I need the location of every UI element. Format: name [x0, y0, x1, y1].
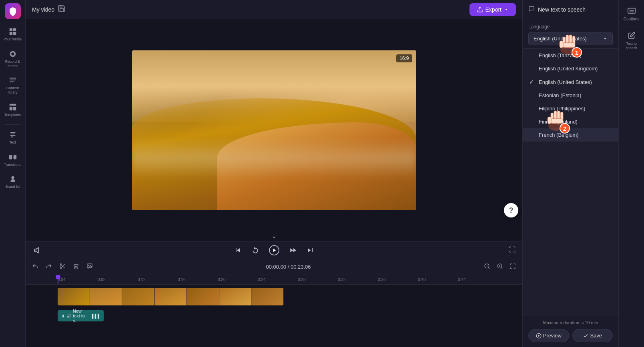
dropdown-item-english-uk[interactable]: English (United Kingdom): [523, 62, 618, 75]
ruler-mark-2: 0:12: [138, 277, 178, 282]
dropdown-item-finnish[interactable]: Finnish (Finland): [523, 115, 618, 128]
video-container: 16:9: [132, 50, 416, 210]
delete-button[interactable]: [71, 261, 81, 273]
save-icon[interactable]: [58, 4, 66, 14]
sidebar-item-brand-label: Brand kit: [6, 185, 20, 189]
sidebar-item-templates[interactable]: Templates: [2, 100, 24, 120]
svg-rect-9: [9, 104, 16, 106]
play-button[interactable]: [267, 243, 281, 257]
rewind-button[interactable]: [250, 245, 261, 256]
language-dropdown[interactable]: English (Tanzania) English (United Kingd…: [523, 49, 618, 315]
sidebar-item-your-media-label: Your media: [4, 37, 22, 42]
sidebar-item-brand-kit[interactable]: Brand kit: [2, 172, 24, 192]
save-label: Save: [590, 333, 602, 339]
dropdown-item-french-belgium[interactable]: French (Belgium): [523, 128, 618, 142]
skip-back-button[interactable]: [232, 245, 243, 256]
right-panel-title: New text to speech: [538, 6, 586, 13]
redo-button[interactable]: [44, 261, 54, 273]
svg-rect-13: [13, 155, 16, 159]
total-time: 00:23.06: [291, 264, 311, 270]
video-clip-3: [122, 288, 154, 305]
svg-point-18: [60, 268, 62, 269]
svg-line-28: [488, 267, 490, 269]
sidebar-item-transitions-label: Transitions: [4, 163, 22, 167]
svg-rect-6: [9, 78, 16, 79]
sidebar-item-record-create[interactable]: Record & create: [2, 46, 24, 72]
text-to-speech-icon: [627, 31, 636, 40]
max-duration-note: Maximum duration is 10 min: [528, 320, 613, 325]
mute-button[interactable]: [32, 245, 42, 255]
cut-button[interactable]: [58, 261, 67, 273]
video-clip-6: [219, 288, 252, 305]
svg-rect-12: [9, 155, 12, 159]
dropdown-item-filipino[interactable]: Filipino (Philippines): [523, 102, 618, 115]
fit-button[interactable]: [508, 261, 518, 273]
timeline-toolbar: 00:00.00 / 00:23.06: [26, 259, 522, 275]
fullscreen-button[interactable]: [509, 246, 516, 255]
skip-forward-button[interactable]: [305, 245, 316, 256]
sidebar-item-transitions[interactable]: Transitions: [2, 150, 24, 170]
sidebar-item-record-label: Record & create: [3, 60, 22, 68]
sidebar-item-your-media[interactable]: Your media: [2, 24, 24, 45]
waveform-icon: ▌▌▌: [92, 314, 100, 318]
audio-track[interactable]: ⏸ 🔊 New text to s... ▌▌▌: [58, 310, 104, 321]
video-clip-7: [251, 288, 284, 305]
text-to-speech-side-button[interactable]: Text to speech: [619, 28, 644, 54]
fast-forward-button[interactable]: [287, 245, 299, 256]
sidebar-item-content-library[interactable]: Content library: [2, 73, 24, 98]
audio-track-row: ⏸ 🔊 New text to s... ▌▌▌: [58, 310, 522, 330]
svg-point-14: [11, 176, 14, 179]
svg-rect-3: [13, 32, 16, 35]
video-clip-4: [154, 288, 187, 305]
project-title[interactable]: My video: [32, 6, 54, 13]
sidebar-item-text[interactable]: Text: [2, 127, 24, 148]
timeline-area: 00:00.00 / 00:23.06 0:04 0:08 0:1: [26, 259, 522, 347]
save-check-icon: [583, 333, 588, 339]
undo-button[interactable]: [30, 261, 40, 273]
sidebar-item-text-label: Text: [9, 140, 16, 145]
scroll-down-icon[interactable]: ⌄: [272, 233, 277, 239]
sidebar-item-content-label: Content library: [3, 86, 22, 95]
language-select-box[interactable]: English (United States): [528, 32, 613, 45]
dropdown-item-estonian[interactable]: Estonian (Estonia): [523, 89, 618, 102]
save-button[interactable]: Save: [572, 329, 613, 342]
sidebar-item-templates-label: Templates: [4, 113, 21, 117]
current-time: 00:00.00: [266, 264, 286, 270]
preview-play-icon: [536, 333, 542, 339]
right-panel-bottom: Maximum duration is 10 min Preview Save: [523, 315, 618, 347]
language-section: Language English (United States): [523, 19, 618, 49]
ruler-mark-3: 0:16: [178, 277, 218, 282]
video-clip-2: [90, 288, 122, 305]
preview-button[interactable]: Preview: [528, 329, 569, 342]
app-logo[interactable]: [5, 3, 21, 19]
dropdown-item-english-tanzania[interactable]: English (Tanzania): [523, 49, 618, 62]
video-track-row: [58, 288, 522, 308]
export-button[interactable]: Export: [469, 3, 516, 16]
svg-rect-11: [13, 107, 16, 110]
video-track[interactable]: [58, 288, 284, 305]
ruler-mark-10: 0:44: [458, 277, 498, 282]
preview-label: Preview: [543, 333, 562, 339]
check-mark-icon: ✓: [529, 79, 536, 85]
pause-icon: ⏸: [61, 314, 65, 318]
add-media-button[interactable]: [85, 261, 94, 273]
help-button[interactable]: ?: [504, 203, 518, 217]
ruler-mark-9: 0:40: [418, 277, 458, 282]
svg-rect-1: [13, 28, 16, 31]
ruler-mark-7: 0:32: [338, 277, 378, 282]
zoom-out-button[interactable]: [482, 261, 492, 273]
svg-rect-0: [9, 28, 12, 31]
ruler-mark-4: 0:20: [218, 277, 258, 282]
main-area: My video Export 16:9 ? ⌄: [26, 0, 522, 347]
sidebar-divider: [5, 124, 21, 125]
timeline-time: 00:00.00 / 00:23.06: [266, 264, 311, 270]
dropdown-item-label-0: English (Tanzania): [539, 52, 582, 58]
captions-button[interactable]: Captions: [622, 3, 641, 24]
svg-point-19: [60, 263, 62, 265]
ruler-mark-5: 0:24: [258, 277, 298, 282]
captions-icon: [627, 6, 636, 15]
svg-point-5: [11, 52, 14, 55]
zoom-in-button[interactable]: [495, 261, 505, 273]
export-label: Export: [486, 6, 502, 13]
dropdown-item-english-us[interactable]: ✓ English (United States): [523, 75, 618, 89]
